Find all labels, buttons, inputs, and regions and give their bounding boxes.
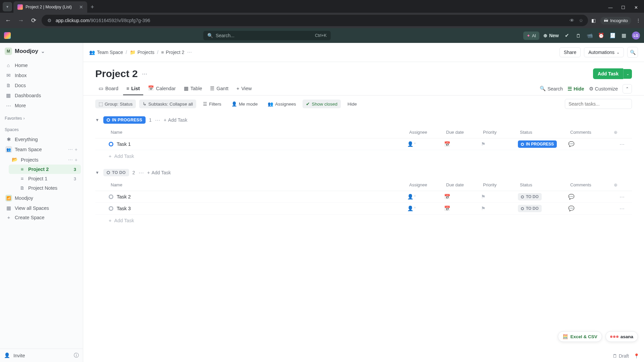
notepad-icon[interactable]: 🗒 (575, 33, 582, 39)
nav-dashboards[interactable]: ▦Dashboards (2, 90, 81, 101)
col-comments[interactable]: Comments (568, 128, 612, 136)
close-window-icon[interactable]: ✕ (633, 5, 639, 10)
status-circle-icon[interactable] (109, 194, 113, 199)
close-tab-icon[interactable]: ✕ (79, 4, 83, 10)
crumb-team-space[interactable]: 👥Team Space (89, 50, 123, 55)
chip-subtasks[interactable]: ↳Subtasks: Collapse all (139, 100, 196, 108)
hide-toggle[interactable]: ☰Hide (568, 86, 584, 92)
chip-assignees[interactable]: 👥Assignees (264, 100, 299, 108)
chip-me-mode[interactable]: 👤Me mode (228, 100, 261, 108)
nav-docs[interactable]: 🗎Docs (2, 80, 81, 90)
view-table[interactable]: ▦Table (180, 82, 206, 95)
row-more-icon[interactable]: ⋯ (612, 206, 632, 211)
chip-filters[interactable]: ☰Filters (200, 100, 225, 108)
col-assignee[interactable]: Assignee (407, 181, 444, 189)
help-icon[interactable]: ⓘ (74, 352, 79, 359)
nav-home[interactable]: ⌂Home (2, 60, 81, 70)
more-icon[interactable]: ⋯ (68, 147, 73, 152)
task-row[interactable]: Task 2 👤⁺ 📅 ⚑ TO DO 💬 ⋯ (95, 191, 632, 203)
comments-icon[interactable]: 💬 (568, 194, 575, 199)
set-date-icon[interactable]: 📅 (444, 141, 450, 147)
col-status[interactable]: Status (518, 181, 568, 189)
search-page-icon[interactable]: 🔍 (627, 47, 638, 58)
col-due[interactable]: Due date (444, 128, 481, 136)
global-search[interactable]: 🔍 Search... Ctrl+K (203, 31, 331, 40)
status-circle-icon[interactable] (109, 142, 113, 146)
col-name[interactable]: Name (109, 128, 407, 136)
more-icon[interactable]: ⋯ (68, 157, 73, 163)
customize-button[interactable]: ⚙Customize (589, 86, 618, 92)
group-add-task[interactable]: +Add Task (164, 117, 187, 123)
collapse-icon[interactable]: ⌃ (623, 84, 632, 94)
status-chip[interactable]: TO DO (518, 193, 542, 200)
list-project-2[interactable]: ≡ Project 2 3 (9, 165, 81, 174)
user-avatar[interactable]: LG (632, 32, 640, 40)
add-view[interactable]: +View (233, 82, 255, 95)
chrome-menu-icon[interactable]: ⋮ (636, 18, 641, 23)
check-circle-icon[interactable]: ✔ (564, 33, 570, 39)
col-due[interactable]: Due date (444, 181, 481, 189)
reminder-icon[interactable]: ⏰ (598, 33, 604, 39)
forward-icon[interactable]: → (16, 17, 25, 24)
group-more-icon[interactable]: ⋯ (139, 170, 144, 176)
status-pill-to-do[interactable]: TO DO (103, 169, 129, 176)
space-moodjoy[interactable]: 📶Moodjoy (2, 193, 81, 203)
tab-search-icon[interactable]: ▾ (3, 2, 12, 11)
doc-project-notes[interactable]: 🗎 Project Notes (9, 183, 81, 193)
col-priority[interactable]: Priority (481, 128, 518, 136)
add-task-row[interactable]: +Add Task (95, 150, 632, 165)
status-chip[interactable]: IN PROGRESS (518, 140, 557, 148)
reload-icon[interactable]: ⟳ (29, 17, 38, 24)
add-assignee-icon[interactable]: 👤⁺ (407, 194, 416, 199)
set-date-icon[interactable]: 📅 (444, 205, 450, 211)
browser-tab[interactable]: Project 2 | Moodjoy (List) ✕ (13, 1, 87, 13)
view-board[interactable]: ▭Board (95, 82, 122, 95)
caret-down-icon[interactable]: ▼ (95, 118, 100, 122)
add-task-button[interactable]: Add Task (593, 68, 623, 79)
eye-off-icon[interactable]: 👁 (570, 18, 574, 23)
excel-csv-chip[interactable]: 🧮Excel & CSV (558, 331, 602, 342)
chip-show-closed[interactable]: ✔Show closed (303, 100, 341, 108)
add-column-icon[interactable]: ⊕ (612, 181, 632, 189)
set-priority-icon[interactable]: ⚑ (481, 194, 485, 199)
plus-icon[interactable]: + (75, 147, 77, 152)
favorites-section[interactable]: Favorites› (0, 111, 83, 123)
status-pill-in-progress[interactable]: IN PROGRESS (103, 116, 146, 124)
col-name[interactable]: Name (109, 181, 407, 189)
maximize-icon[interactable]: ☐ (620, 5, 627, 10)
view-list[interactable]: ≡List (123, 82, 143, 95)
view-gantt[interactable]: ☰Gantt (207, 82, 231, 95)
task-row[interactable]: Task 3 👤⁺ 📅 ⚑ TO DO 💬 ⋯ (95, 203, 632, 215)
add-assignee-icon[interactable]: 👤⁺ (407, 205, 416, 211)
chip-hide[interactable]: Hide (344, 100, 360, 108)
back-icon[interactable]: ← (3, 17, 13, 24)
group-more-icon[interactable]: ⋯ (155, 117, 160, 123)
new-tab-button[interactable]: + (87, 2, 98, 13)
view-calendar[interactable]: 📅Calendar (145, 82, 179, 95)
task-search-input[interactable] (565, 99, 632, 109)
address-bar[interactable]: ⚙ app.clickup.com/9016164592/v/l/8cpfg7g… (42, 15, 588, 26)
view-all-spaces[interactable]: ▦View all Spaces (2, 203, 81, 213)
col-assignee[interactable]: Assignee (407, 128, 444, 136)
ai-button[interactable]: ✦ AI (523, 32, 539, 40)
chip-group[interactable]: ⬚Group: Status (95, 100, 136, 108)
row-more-icon[interactable]: ⋯ (612, 194, 632, 199)
share-button[interactable]: Share (559, 47, 581, 57)
bookmark-icon[interactable]: ☆ (579, 18, 583, 23)
record-icon[interactable]: 📹 (586, 33, 593, 39)
add-task-row[interactable]: +Add Task (95, 215, 632, 229)
crumb-project-2[interactable]: ≡Project 2 (161, 50, 184, 55)
col-status[interactable]: Status (518, 128, 568, 136)
nav-inbox[interactable]: ✉Inbox (2, 70, 81, 80)
workspace-switcher[interactable]: M Moodjoy ⌄ (0, 43, 83, 60)
set-priority-icon[interactable]: ⚑ (481, 205, 485, 211)
row-more-icon[interactable]: ⋯ (612, 141, 632, 147)
draft-button[interactable]: 🗒Draft (612, 353, 629, 359)
crumb-projects[interactable]: 📁Projects (130, 50, 155, 55)
clickup-logo-icon[interactable] (4, 32, 11, 39)
col-comments[interactable]: Comments (568, 181, 612, 189)
side-panel-icon[interactable]: ◧ (591, 18, 596, 23)
comments-icon[interactable]: 💬 (568, 141, 575, 147)
folder-projects[interactable]: 📂 Projects ⋯+ (5, 155, 81, 165)
space-team[interactable]: 👥 Team Space ⋯+ (2, 144, 81, 155)
